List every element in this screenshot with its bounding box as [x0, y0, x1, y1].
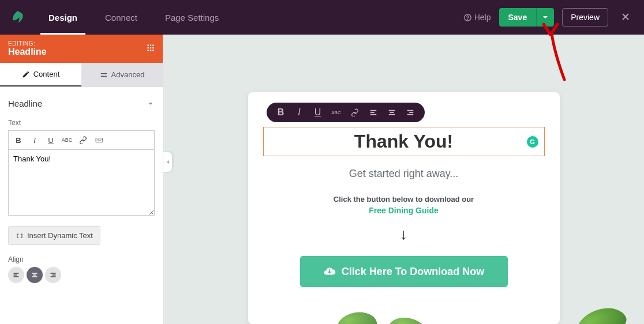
close-icon	[621, 12, 630, 21]
leaf-icon	[10, 10, 25, 25]
sidebar-subtabs: Content Advanced	[0, 63, 163, 87]
inline-align-right-button[interactable]	[404, 106, 417, 119]
close-button[interactable]	[616, 10, 635, 25]
align-center-icon	[388, 108, 396, 116]
headline-element[interactable]: Thank You! G	[263, 127, 545, 156]
editing-name: Headline	[8, 47, 47, 57]
keyboard-icon	[95, 136, 103, 144]
svg-point-8	[152, 50, 154, 51]
inline-italic-button[interactable]: I	[293, 106, 306, 119]
headline-text: Thank You!	[275, 131, 533, 152]
align-label: Align	[8, 255, 155, 263]
design-canvas: B I U ABC Thank You! G Get started right…	[163, 35, 644, 324]
svg-point-10	[102, 76, 103, 77]
app-logo	[0, 10, 35, 25]
svg-point-6	[147, 50, 149, 51]
top-tabs: Design Connect Page Settings	[35, 0, 233, 35]
tab-design[interactable]: Design	[35, 0, 91, 35]
svg-point-0	[147, 44, 149, 46]
rich-text-toolbar: B I U ABC	[8, 130, 155, 149]
grip-icon	[147, 44, 155, 52]
svg-point-4	[150, 47, 152, 48]
arrow-down-text[interactable]: ↓	[263, 225, 545, 243]
inline-text-toolbar: B I U ABC	[267, 103, 425, 122]
instruction-text[interactable]: Click the button below to download our	[263, 195, 545, 204]
tab-connect[interactable]: Connect	[91, 0, 151, 35]
grammarly-badge[interactable]: G	[527, 136, 538, 148]
svg-point-9	[104, 73, 106, 74]
cta-download-button[interactable]: Click Here To Download Now	[300, 256, 508, 287]
svg-point-3	[147, 47, 149, 48]
editing-label: EDITING:	[8, 40, 47, 47]
preview-button[interactable]: Preview	[562, 8, 608, 27]
bold-button[interactable]: B	[11, 133, 26, 147]
drag-grip[interactable]	[147, 44, 155, 54]
link-icon	[351, 108, 359, 116]
subtab-advanced[interactable]: Advanced	[81, 63, 163, 86]
align-right-icon	[406, 108, 414, 116]
align-center-button[interactable]	[27, 267, 43, 283]
link-icon	[79, 136, 87, 144]
underline-button[interactable]: U	[43, 133, 58, 147]
inline-strike-button[interactable]: ABC	[330, 106, 343, 119]
headline-text-input[interactable]	[8, 149, 155, 216]
insert-dynamic-text-button[interactable]: Insert Dynamic Text	[8, 226, 100, 245]
align-left-button[interactable]	[8, 267, 24, 283]
save-button[interactable]: Save	[499, 8, 537, 27]
subtab-content[interactable]: Content	[0, 63, 81, 86]
dynamic-text-icon	[16, 232, 24, 240]
keyboard-button[interactable]	[92, 133, 107, 147]
italic-button[interactable]: I	[27, 133, 42, 147]
inline-align-center-button[interactable]	[385, 106, 398, 119]
align-right-icon	[50, 272, 57, 278]
align-group	[8, 267, 155, 283]
chevron-down-icon	[147, 100, 155, 108]
svg-rect-11	[96, 138, 103, 142]
save-dropdown-button[interactable]	[536, 8, 554, 27]
topbar-right: Help Save Preview	[463, 8, 635, 27]
help-icon	[463, 13, 472, 22]
inline-bold-button[interactable]: B	[275, 106, 287, 119]
subhead-text[interactable]: Get started right away...	[263, 168, 545, 180]
bg-decor-right	[575, 310, 627, 324]
sidebar-panel: Headline Text B I U ABC Insert Dynamic T…	[0, 87, 163, 324]
tab-page-settings[interactable]: Page Settings	[151, 0, 233, 35]
help-link[interactable]: Help	[463, 13, 491, 22]
sidebar: EDITING: Headline Content Advanced Headl…	[0, 35, 163, 324]
strikethrough-button[interactable]: ABC	[59, 133, 74, 147]
svg-point-7	[150, 50, 152, 51]
editing-header: EDITING: Headline	[0, 35, 163, 63]
guide-link[interactable]: Free Dining Guide	[263, 206, 545, 215]
align-left-icon	[13, 272, 20, 278]
save-button-group: Save	[499, 8, 555, 27]
pencil-icon	[22, 70, 30, 78]
cloud-download-icon	[323, 265, 336, 278]
inline-align-left-button[interactable]	[367, 106, 380, 119]
page-card: B I U ABC Thank You! G Get started right…	[248, 92, 560, 324]
caret-down-icon	[542, 14, 548, 20]
inline-underline-button[interactable]: U	[312, 106, 324, 119]
sliders-icon	[100, 71, 108, 79]
svg-point-2	[152, 44, 154, 46]
section-headline-toggle[interactable]: Headline	[8, 94, 155, 113]
align-left-icon	[369, 108, 377, 116]
help-label: Help	[474, 13, 491, 22]
text-field-label: Text	[8, 119, 155, 127]
svg-point-1	[150, 44, 152, 46]
align-center-icon	[31, 272, 38, 278]
align-right-button[interactable]	[45, 267, 61, 283]
top-bar: Design Connect Page Settings Help Save P…	[0, 0, 644, 35]
link-button[interactable]	[76, 133, 91, 147]
svg-point-5	[152, 47, 154, 48]
inline-link-button[interactable]	[349, 106, 361, 119]
